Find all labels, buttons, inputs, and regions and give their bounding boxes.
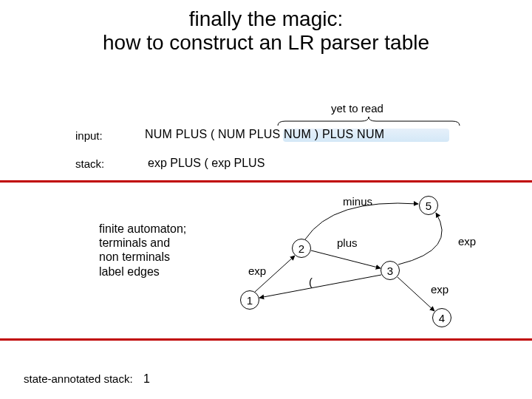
edge-plus: plus: [337, 236, 358, 249]
input-value: NUM PLUS ( NUM PLUS NUM ) PLUS NUM: [145, 128, 384, 141]
edge-lparen: (: [309, 276, 313, 288]
stack-value: exp PLUS ( exp PLUS: [148, 157, 265, 170]
input-label: input:: [75, 129, 103, 142]
state-annotated-label: state-annotated stack:: [24, 372, 133, 385]
edge-exp35: exp: [458, 235, 476, 248]
state-3: 3: [381, 261, 400, 280]
state-1: 1: [240, 290, 259, 310]
automaton-note-l4: label edges: [99, 265, 186, 279]
edge-minus: minus: [343, 195, 372, 208]
edge-exp12: exp: [248, 265, 266, 277]
stack-label: stack:: [75, 157, 104, 170]
yet-to-read-label: yet to read: [331, 102, 383, 115]
divider-top: [0, 180, 532, 183]
brace-icon: [278, 115, 460, 124]
automaton-note: finite automaton; terminals and non term…: [99, 222, 186, 279]
state-5: 5: [419, 196, 438, 215]
automaton-note-l1: finite automaton;: [99, 222, 186, 236]
state-annotated-value: 1: [143, 372, 150, 386]
automaton-note-l3: non terminals: [99, 250, 186, 264]
state-2: 2: [292, 239, 311, 258]
state-4: 4: [432, 308, 451, 327]
title-line1: finally the magic:: [0, 7, 532, 31]
divider-bottom: [0, 338, 532, 341]
automaton-note-l2: terminals and: [99, 236, 186, 250]
automaton-diagram: 1 2 3 4 5 minus plus exp ( exp exp: [222, 191, 517, 338]
edge-exp34: exp: [431, 283, 449, 296]
title-line2: how to construct an LR parser table: [0, 31, 532, 55]
